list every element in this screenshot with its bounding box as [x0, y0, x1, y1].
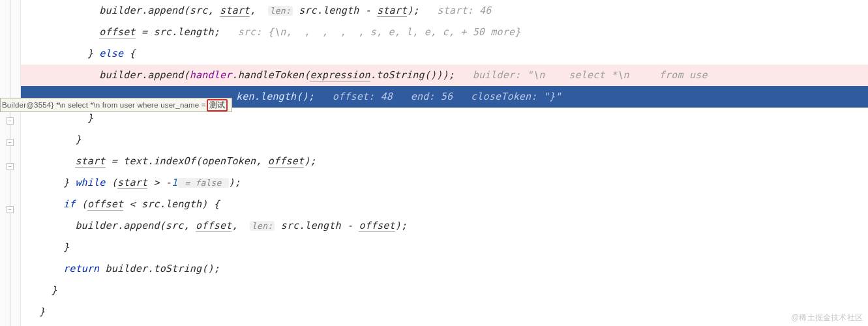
- editor-gutter: − − − −: [0, 0, 21, 326]
- variable-start: start: [117, 177, 147, 189]
- inline-debug-hint: src: {\n, , , , , s, e, l, e, c, + 50 mo…: [238, 26, 521, 38]
- code-line[interactable]: }: [21, 129, 868, 151]
- variable-expression: expression: [310, 69, 370, 82]
- variable-start: start: [377, 5, 407, 17]
- keyword-while: while: [75, 177, 105, 188]
- variable-start: start: [220, 5, 250, 17]
- variable-offset: offset: [196, 220, 232, 232]
- field-handler: handler: [190, 69, 232, 81]
- inline-eval-hint: = false: [177, 178, 228, 188]
- number-literal: 1: [172, 177, 177, 188]
- fold-marker-icon[interactable]: −: [7, 206, 14, 213]
- inline-debug-hint: builder: "\n select *\n from use: [473, 69, 708, 81]
- code-line[interactable]: } while (start > -1 = false );: [21, 172, 868, 194]
- code-line-highlighted[interactable]: builder.append(handler.handleToken(expre…: [21, 65, 868, 86]
- variable-offset: offset: [268, 155, 304, 168]
- code-line[interactable]: if (offset < src.length) {: [21, 194, 868, 215]
- variable-offset: offset: [87, 198, 123, 211]
- keyword-else: else: [99, 48, 123, 59]
- fold-marker-icon[interactable]: −: [7, 117, 14, 125]
- code-line[interactable]: return builder.toString();: [21, 258, 868, 280]
- variable-start: start: [75, 155, 105, 168]
- code-line[interactable]: offset = src.length; src: {\n, , , , , s…: [21, 22, 868, 43]
- fold-marker-icon[interactable]: −: [7, 163, 14, 170]
- param-hint: len:: [268, 6, 293, 16]
- inline-debug-hint: offset: 48 end: 56 closeToken: "}": [333, 91, 561, 102]
- code-line[interactable]: }: [21, 280, 868, 301]
- watermark-text: @稀土掘金技术社区: [791, 312, 863, 323]
- code-line[interactable]: builder.append(src, start, len: src.leng…: [21, 0, 868, 22]
- param-hint: len:: [250, 221, 275, 231]
- keyword-if: if: [63, 198, 75, 210]
- debug-value-tooltip[interactable]: Builder@3554} *\n select *\n from user w…: [0, 98, 232, 112]
- tooltip-highlight-box: 测试: [207, 99, 228, 111]
- code-editor[interactable]: builder.append(src, start, len: src.leng…: [21, 0, 868, 323]
- fold-marker-icon[interactable]: −: [7, 139, 14, 146]
- variable-offset: offset: [359, 220, 395, 232]
- code-line[interactable]: }: [21, 301, 868, 323]
- keyword-return: return: [63, 263, 99, 274]
- code-line[interactable]: }: [21, 237, 868, 258]
- variable-offset: offset: [99, 26, 135, 38]
- inline-debug-hint: start: 46: [437, 5, 491, 16]
- tooltip-text: Builder@3554} *\n select *\n from user w…: [2, 101, 206, 109]
- code-line[interactable]: } else {: [21, 43, 868, 65]
- code-line[interactable]: start = text.indexOf(openToken, offset);: [21, 151, 868, 172]
- code-line[interactable]: builder.append(src, offset, len: src.len…: [21, 215, 868, 237]
